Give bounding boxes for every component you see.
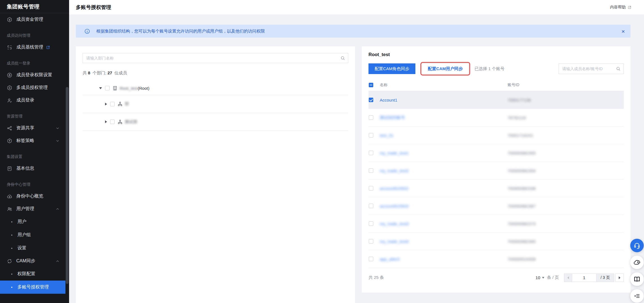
table-row: account910502700000982338 [368,180,624,197]
external-link-icon [46,45,50,50]
search-icon [616,66,621,71]
sidebar-item-CAM同步[interactable]: CAM同步 [0,255,65,267]
sidebar-item-用户管理[interactable]: 用户管理 [0,203,65,215]
table-row: 测试组织账号78792118 [368,109,624,127]
expand-caret-icon[interactable] [105,103,107,105]
table-row: Account17000177136 [368,91,624,109]
sidebar-section-label: 身份中心管理 [0,175,65,190]
name-column-header: 名称 [380,82,508,88]
account-id: 700000982354 [508,168,624,173]
sidebar-subitem-多账号授权管理[interactable]: 多账号授权管理 [0,281,65,294]
sidebar-item-成员登录[interactable]: 成员登录 [0,94,65,107]
node-checkbox[interactable] [110,120,115,124]
list-collapse-float-button[interactable] [630,289,644,303]
sidebar-subitem-设置[interactable]: 设置 [0,242,65,255]
account-name-link[interactable]: test_01 [380,133,393,138]
prev-page-button[interactable] [564,274,572,282]
page-number-input[interactable] [572,275,596,280]
sidebar-item-label: 身份中心概览 [16,193,43,199]
account-name-link[interactable]: 测试组织账号 [380,115,405,120]
account-name-link[interactable]: my_trade_test3 [380,221,409,226]
account-name-link[interactable]: account910502 [380,186,409,191]
page-size-select[interactable]: 10 [536,275,545,280]
account-search-input[interactable] [559,64,623,74]
baseline-icon [7,45,12,50]
tree-child-node[interactable]: 测试部 [83,113,348,131]
next-page-button[interactable] [615,274,624,282]
id-column-header: 账号ID [508,82,624,88]
row-checkbox[interactable] [369,133,373,137]
configure-cam-role-sync-button[interactable]: 配置CAM角色同步 [368,63,415,74]
content-help-label: 内容帮助 [610,5,626,10]
account-name-link[interactable]: my_trade_test1 [380,151,409,155]
sidebar-subitem-用户[interactable]: 用户 [0,215,65,228]
account-name-link[interactable]: app_alter3 [380,257,400,261]
row-checkbox[interactable] [369,221,373,226]
table-row: my_trade_test3700000982373 [368,215,624,233]
sidebar-subitem-用户组[interactable]: 用户组 [0,228,65,242]
sidebar-item-成员登录权限设置[interactable]: 成员登录权限设置 [0,69,65,81]
root-checkbox[interactable] [105,86,110,90]
table-row: account910503700000982387 [368,197,624,215]
tree-child-node[interactable]: 部 [83,95,348,113]
sidebar-item-label: 资源共享 [16,125,34,131]
sidebar-item-多成员授权管理[interactable]: 多成员授权管理 [0,81,65,94]
row-checkbox[interactable] [369,168,373,173]
row-checkbox[interactable] [369,115,373,120]
account-name-link[interactable]: my_trade_test4 [380,239,409,244]
fund-icon [7,17,12,22]
sidebar-subitem-权限配置[interactable]: 权限配置 [0,267,65,281]
book-float-button[interactable] [630,272,644,286]
total-count-text: 共 25 条 [368,275,384,280]
row-checkbox[interactable] [369,257,373,261]
bullet-icon [11,248,12,249]
sidebar-item-资源共享[interactable]: 资源共享 [0,122,65,134]
node-name-blurred: 部 [125,101,129,107]
users-icon [7,206,12,212]
node-checkbox[interactable] [110,102,115,106]
sidebar-item-label: CAM同步 [16,258,35,264]
sidebar-scrollbar[interactable] [66,87,69,284]
sidebar-item-标签策略[interactable]: 标签策略 [0,134,65,147]
info-banner: 根据集团组织结构，您可以为每个账号设置允许访问的用户或用户组，以及他们的访问权限… [76,25,631,38]
tree-root-node[interactable]: Root_test(Root) [83,81,348,95]
row-checkbox[interactable] [369,151,373,155]
sidebar-item-label: 多成员授权管理 [16,85,48,91]
info-circle-icon [84,28,90,34]
member-login-icon [7,98,12,103]
total-pages-label: / 3 页 [596,274,614,282]
org-icon [117,119,123,125]
account-id: 700000524308 [508,257,624,261]
account-name-link[interactable]: my_trade_test2 [380,168,409,173]
row-checkbox[interactable] [369,204,373,208]
org-icon [117,101,123,107]
cloud-bell-float-button[interactable] [630,256,644,269]
select-all-checkbox[interactable] [369,83,373,87]
banner-close-icon[interactable]: × [622,28,625,34]
row-checkbox[interactable] [369,239,373,244]
tag-icon [7,138,12,144]
configure-cam-user-sync-button[interactable]: 配置CAM用户同步 [422,63,468,74]
expand-caret-icon[interactable] [105,120,107,123]
floating-toolbar [630,239,644,303]
sidebar-item-label: 成员资金管理 [16,17,43,22]
content-help-link[interactable]: 内容帮助 [610,5,632,10]
headset-float-button[interactable] [630,239,644,252]
sidebar-item-成员资金管理[interactable]: 成员资金管理 [0,13,65,26]
sidebar-item-label: 用户管理 [16,206,34,212]
sidebar-item-身份中心概览[interactable]: 身份中心概览 [0,190,65,203]
row-checkbox[interactable] [369,98,373,102]
search-icon [340,56,345,61]
sync-icon [7,258,12,264]
sidebar-item-基本信息[interactable]: 基本信息 [0,162,65,175]
table-header: 名称 账号ID [368,79,624,91]
selected-count-text: 已选择 1 个账号 [475,66,505,72]
sidebar-item-成员基线管理[interactable]: 成员基线管理 [0,41,65,54]
collapse-caret-icon[interactable] [99,87,102,89]
accounts-toolbar: 配置CAM角色同步 配置CAM用户同步 已选择 1 个账号 [368,62,624,75]
account-name-link[interactable]: Account1 [380,98,397,102]
sidebar-title: 集团账号管理 [0,0,69,13]
row-checkbox[interactable] [369,186,373,190]
account-name-link[interactable]: account910503 [380,204,409,208]
department-search-input[interactable] [83,53,348,63]
